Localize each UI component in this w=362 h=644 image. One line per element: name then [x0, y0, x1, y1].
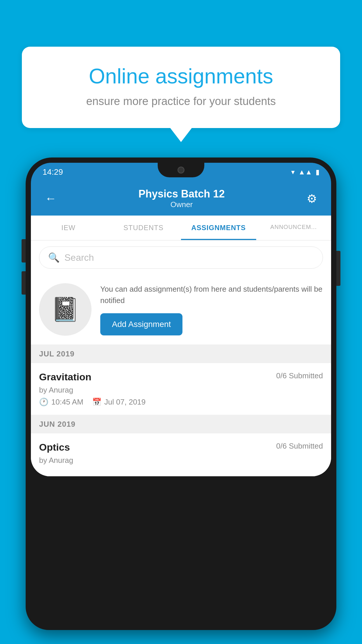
assignment-item-gravitation[interactable]: Gravitation 0/6 Submitted by Anurag 🕐 10…	[31, 363, 331, 415]
status-icons: ▾ ▲▲ ▮	[291, 168, 319, 176]
calendar-icon: 📅	[92, 398, 101, 407]
back-button[interactable]: ←	[43, 190, 59, 207]
app-bar-center: Physics Batch 12 Owner	[138, 188, 225, 209]
signal-icon: ▲▲	[298, 168, 312, 176]
phone-inner: 14:29 ▾ ▲▲ ▮ ← Physics Batch 12 Owner ⚙	[31, 163, 331, 625]
status-time: 14:29	[43, 167, 63, 177]
app-bar-subtitle: Owner	[138, 200, 225, 209]
search-bar-container: 🔍 Search	[31, 241, 331, 274]
search-bar[interactable]: 🔍 Search	[39, 246, 323, 269]
speech-bubble: Online assignments ensure more practice …	[22, 47, 340, 128]
phone-outer: 14:29 ▾ ▲▲ ▮ ← Physics Batch 12 Owner ⚙	[26, 158, 336, 630]
tab-students[interactable]: STUDENTS	[106, 216, 181, 240]
bubble-title: Online assignments	[42, 64, 320, 88]
screen-content: 🔍 Search 📓 You can add assignment(s) fro…	[31, 241, 331, 476]
assignment-item-optics[interactable]: Optics 0/6 Submitted by Anurag	[31, 433, 331, 476]
add-assignment-button[interactable]: Add Assignment	[100, 313, 182, 335]
meta-date-gravitation: 📅 Jul 07, 2019	[92, 398, 146, 407]
app-bar-title: Physics Batch 12	[138, 188, 225, 200]
wifi-icon: ▾	[291, 168, 295, 176]
assignment-submitted-optics: 0/6 Submitted	[276, 442, 323, 451]
assignment-author-optics: by Anurag	[39, 456, 323, 465]
phone-wrapper: 14:29 ▾ ▲▲ ▮ ← Physics Batch 12 Owner ⚙	[26, 158, 336, 644]
assignment-submitted-gravitation: 0/6 Submitted	[276, 371, 323, 380]
promo-text-area: You can add assignment(s) from here and …	[100, 284, 323, 335]
status-bar: 14:29 ▾ ▲▲ ▮	[31, 163, 331, 181]
notebook-icon: 📓	[51, 296, 80, 323]
month-separator-jun: JUN 2019	[31, 415, 331, 433]
promo-description: You can add assignment(s) from here and …	[100, 284, 323, 306]
assignment-time-gravitation: 10:45 AM	[51, 398, 83, 407]
clock-icon: 🕐	[39, 398, 48, 407]
phone-notch	[158, 163, 204, 177]
volume-up-button	[22, 239, 26, 262]
tab-assignments[interactable]: ASSIGNMENTS	[181, 216, 256, 240]
camera-dot	[178, 167, 184, 174]
assignment-header-optics: Optics 0/6 Submitted	[39, 442, 323, 453]
assignment-header: Gravitation 0/6 Submitted	[39, 371, 323, 383]
volume-down-button	[22, 271, 26, 295]
promo-section: 📓 You can add assignment(s) from here an…	[31, 274, 331, 345]
power-button	[336, 251, 340, 286]
app-bar: ← Physics Batch 12 Owner ⚙	[31, 181, 331, 216]
assignment-date-gravitation: Jul 07, 2019	[104, 398, 146, 407]
tab-announcements[interactable]: ANNOUNCEM...	[256, 216, 331, 240]
battery-icon: ▮	[316, 168, 319, 176]
speech-bubble-container: Online assignments ensure more practice …	[22, 47, 340, 128]
meta-time-gravitation: 🕐 10:45 AM	[39, 398, 83, 407]
assignment-title-gravitation: Gravitation	[39, 371, 91, 383]
assignment-meta-gravitation: 🕐 10:45 AM 📅 Jul 07, 2019	[39, 398, 323, 407]
tabs-bar: IEW STUDENTS ASSIGNMENTS ANNOUNCEM...	[31, 216, 331, 241]
month-separator-jul: JUL 2019	[31, 345, 331, 363]
tab-overview[interactable]: IEW	[31, 216, 106, 240]
assignment-title-optics: Optics	[39, 442, 70, 453]
settings-button[interactable]: ⚙	[304, 190, 319, 208]
promo-icon-circle: 📓	[39, 283, 92, 336]
bubble-subtitle: ensure more practice for your students	[42, 95, 320, 108]
search-icon: 🔍	[48, 252, 60, 263]
search-placeholder: Search	[64, 252, 94, 263]
assignment-author-gravitation: by Anurag	[39, 386, 323, 395]
